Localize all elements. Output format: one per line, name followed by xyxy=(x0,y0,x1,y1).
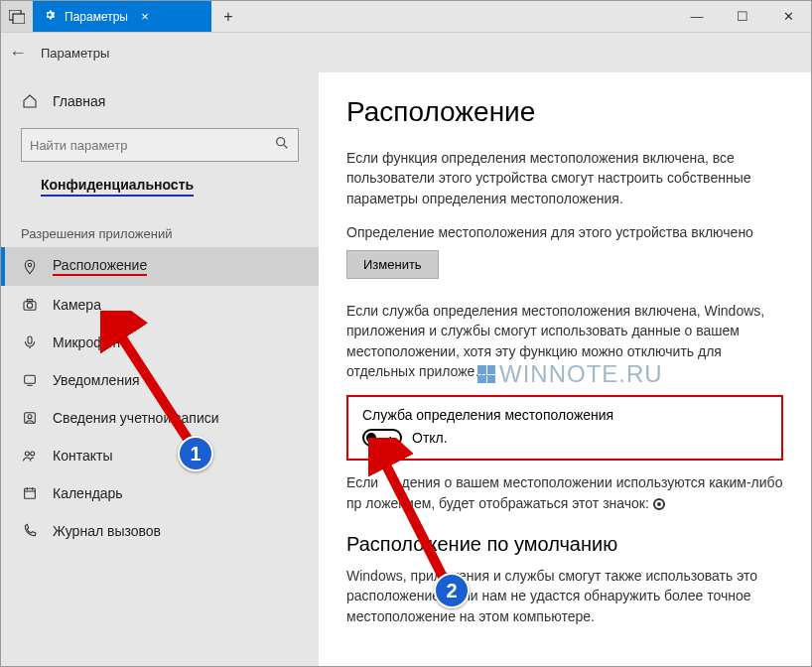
sidebar-item-notifications[interactable]: Уведомления xyxy=(1,361,319,399)
svg-point-13 xyxy=(31,452,35,456)
svg-rect-8 xyxy=(28,336,32,343)
sidebar-home-label: Главная xyxy=(53,93,105,109)
change-button[interactable]: Изменить xyxy=(346,250,439,279)
svg-point-4 xyxy=(28,263,31,266)
sidebar: Главная Конфиденциальность Разрешения пр… xyxy=(1,72,319,666)
svg-point-11 xyxy=(28,415,32,419)
notifications-icon xyxy=(21,371,39,389)
sidebar-item-label: Камера xyxy=(53,297,101,313)
microphone-icon xyxy=(21,334,39,351)
sidebar-item-account[interactable]: Сведения учетной записи xyxy=(1,399,319,437)
breadcrumb: ← Параметры xyxy=(1,33,811,72)
sidebar-item-contacts[interactable]: Контакты xyxy=(1,437,319,474)
toggle-state: Откл. xyxy=(412,430,448,446)
content-paragraph: Если функция определения местоположения … xyxy=(346,148,783,208)
sidebar-item-label: Контакты xyxy=(53,448,112,464)
sidebar-group-label: Разрешения приложений xyxy=(21,226,299,241)
section-heading: Расположение по умолчанию xyxy=(346,533,783,556)
sidebar-item-label: Расположение xyxy=(53,257,147,276)
task-view-icon[interactable] xyxy=(1,1,33,32)
content-paragraph: Если дения о вашем местоположении исполь… xyxy=(346,472,783,513)
titlebar: Параметры × + — ☐ ✕ xyxy=(1,1,811,33)
sidebar-item-label: Сведения учетной записи xyxy=(53,410,219,426)
sidebar-item-location[interactable]: Расположение xyxy=(1,247,319,286)
svg-rect-7 xyxy=(27,300,32,302)
sidebar-item-label: Уведомления xyxy=(53,372,140,388)
toggle-label: Служба определения местоположения xyxy=(362,407,767,423)
sidebar-item-label: Журнал вызовов xyxy=(53,523,161,539)
breadcrumb-text: Параметры xyxy=(41,46,109,61)
content-paragraph: Windows, приложения и службы смогут такж… xyxy=(346,566,783,626)
gear-icon xyxy=(43,8,57,26)
sidebar-item-microphone[interactable]: Микрофон xyxy=(1,324,319,361)
content-paragraph: Если служба определения местоположения в… xyxy=(346,301,783,381)
calendar-icon xyxy=(21,484,39,502)
svg-rect-9 xyxy=(25,375,36,383)
svg-rect-1 xyxy=(13,14,25,24)
minimize-button[interactable]: — xyxy=(674,1,720,32)
close-button[interactable]: ✕ xyxy=(765,1,811,32)
svg-point-12 xyxy=(25,452,29,456)
svg-rect-14 xyxy=(25,488,36,498)
new-tab-button[interactable]: + xyxy=(211,1,245,32)
toggle-switch[interactable] xyxy=(362,429,402,447)
location-status-icon xyxy=(653,498,665,510)
contacts-icon xyxy=(21,447,39,465)
window-controls: — ☐ ✕ xyxy=(674,1,811,32)
maximize-button[interactable]: ☐ xyxy=(720,1,765,32)
tab-title: Параметры xyxy=(65,10,128,24)
search-icon xyxy=(274,135,290,155)
home-icon xyxy=(21,92,39,110)
svg-point-2 xyxy=(277,138,285,146)
location-service-toggle-box: Служба определения местоположения Откл. xyxy=(346,395,783,461)
svg-point-6 xyxy=(27,303,32,308)
status-line: Определение местоположения для этого уст… xyxy=(346,222,783,242)
search-input[interactable] xyxy=(30,138,274,153)
sidebar-item-label: Микрофон xyxy=(53,334,120,350)
content-pane: Расположение Если функция определения ме… xyxy=(319,72,811,666)
page-title: Расположение xyxy=(346,96,783,128)
camera-icon xyxy=(21,296,39,314)
callhistory-icon xyxy=(21,522,39,540)
account-icon xyxy=(21,409,39,427)
sidebar-item-camera[interactable]: Камера xyxy=(1,286,319,324)
location-icon xyxy=(21,258,39,276)
search-box[interactable] xyxy=(21,128,299,162)
sidebar-home[interactable]: Главная xyxy=(1,82,319,120)
svg-line-3 xyxy=(284,145,287,148)
sidebar-item-callhistory[interactable]: Журнал вызовов xyxy=(1,512,319,550)
active-tab[interactable]: Параметры × xyxy=(33,1,211,32)
sidebar-item-label: Календарь xyxy=(53,485,123,501)
sidebar-item-calendar[interactable]: Календарь xyxy=(1,474,319,512)
tab-close-icon[interactable]: × xyxy=(136,8,154,26)
cursor-icon xyxy=(389,437,403,455)
sidebar-section-privacy[interactable]: Конфиденциальность xyxy=(41,177,194,197)
back-button[interactable]: ← xyxy=(9,43,27,64)
